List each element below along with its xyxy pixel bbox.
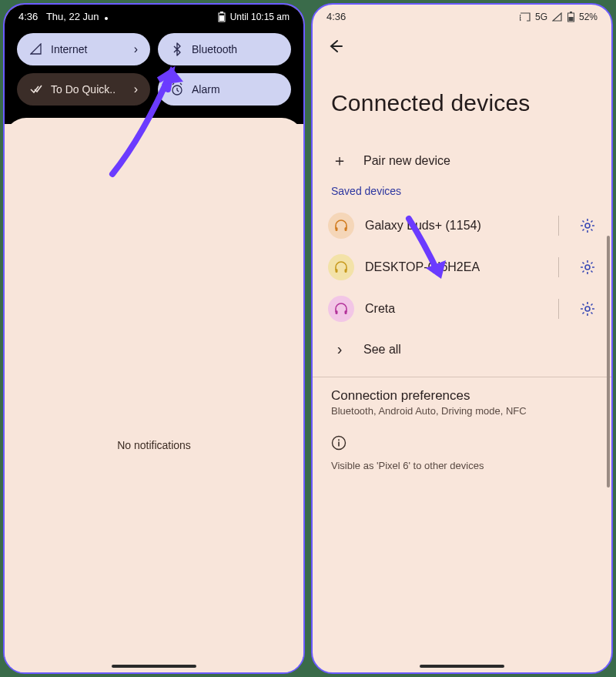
device-row[interactable]: Creta (313, 288, 611, 330)
svg-rect-14 (336, 310, 338, 314)
svg-point-10 (585, 223, 590, 228)
gear-icon (579, 259, 596, 276)
network-type: 5G (535, 12, 547, 22)
device-settings-button[interactable] (579, 300, 596, 317)
gear-icon (579, 300, 596, 317)
status-bar: 4:36 5G 52% (313, 5, 611, 27)
device-row[interactable]: DESKTOP-QI6H2EA (313, 246, 611, 288)
chevron-right-icon: › (331, 340, 348, 358)
device-name: DESKTOP-QI6H2EA (365, 260, 538, 274)
alarm-icon (170, 82, 184, 96)
see-all-label: See all (363, 343, 401, 357)
status-right: Until 10:15 am (218, 12, 290, 22)
qs-tile-grid: Internet › Bluetooth To Do Quick.. › (5, 27, 303, 115)
arrow-left-icon (326, 38, 343, 55)
cast-icon (520, 12, 531, 22)
headphones-icon (328, 296, 354, 322)
svg-rect-11 (336, 269, 338, 273)
bluetooth-icon (170, 42, 184, 56)
quick-settings-panel: 4:36 Thu, 22 Jun Until 10:15 am Internet… (5, 5, 303, 124)
check-icon (29, 85, 43, 94)
divider (558, 216, 559, 236)
svg-rect-15 (345, 310, 347, 314)
info-row (313, 429, 611, 457)
status-date: Thu, 22 Jun (46, 11, 99, 22)
battery-percent: 52% (579, 12, 598, 22)
headphones-icon (328, 213, 354, 239)
notification-shade-body: No notifications (5, 118, 303, 672)
device-row[interactable]: Galaxy Buds+ (1154) (313, 205, 611, 246)
pair-new-device-row[interactable]: ＋ Pair new device (313, 139, 611, 182)
connected-devices-screen: 4:36 5G 52% Connected devices ＋ Pair new… (311, 3, 613, 674)
headphones-icon (328, 254, 354, 280)
tile-label: Internet (51, 43, 87, 55)
back-button[interactable] (326, 38, 343, 55)
alarm-until-text: Until 10:15 am (230, 12, 290, 22)
qs-tile-todo[interactable]: To Do Quick.. › (17, 73, 150, 106)
status-right: 5G 52% (520, 12, 598, 22)
nav-pill[interactable] (420, 665, 504, 668)
svg-point-18 (338, 439, 340, 441)
nav-pill[interactable] (112, 665, 196, 668)
signal-icon (552, 12, 563, 22)
device-name: Creta (365, 302, 538, 316)
status-time: 4:36 (326, 11, 346, 22)
status-bar: 4:36 Thu, 22 Jun Until 10:15 am (5, 5, 303, 27)
svg-rect-1 (220, 12, 223, 13)
no-notifications-text: No notifications (117, 439, 191, 451)
see-all-row[interactable]: › See all (313, 330, 611, 369)
scrollbar[interactable] (607, 236, 610, 488)
plus-icon: ＋ (331, 150, 348, 171)
qs-tile-alarm[interactable]: Alarm (158, 73, 291, 106)
pref-title: Connection preferences (313, 377, 611, 405)
status-left: 4:36 Thu, 22 Jun (18, 11, 111, 22)
qs-tile-bluetooth[interactable]: Bluetooth (158, 33, 291, 65)
chevron-right-icon: › (134, 42, 138, 56)
svg-rect-12 (345, 269, 347, 273)
pref-subtitle: Bluetooth, Android Auto, Driving mode, N… (313, 405, 611, 429)
visible-as-text: Visible as 'Pixel 6' to other devices (313, 457, 611, 487)
qs-tile-internet[interactable]: Internet › (17, 33, 150, 65)
battery-icon (567, 12, 574, 22)
divider (558, 257, 559, 277)
svg-rect-19 (338, 442, 340, 447)
status-dot (105, 17, 108, 20)
page-title: Connected devices (313, 62, 611, 139)
toolbar (313, 27, 611, 62)
tile-label: Bluetooth (192, 43, 237, 55)
saved-devices-label: Saved devices (313, 182, 611, 205)
signal-icon (29, 43, 43, 55)
battery-icon (218, 12, 226, 22)
chevron-right-icon: › (134, 82, 138, 96)
svg-rect-6 (570, 12, 572, 13)
connection-preferences-row[interactable]: Connection preferences Bluetooth, Androi… (313, 377, 611, 429)
device-settings-button[interactable] (579, 217, 596, 234)
tile-label: Alarm (192, 83, 220, 96)
svg-rect-7 (568, 17, 573, 21)
device-name: Galaxy Buds+ (1154) (365, 219, 538, 233)
info-icon (331, 435, 346, 451)
divider (558, 299, 559, 319)
pair-new-label: Pair new device (363, 154, 450, 168)
tile-label: To Do Quick.. (51, 83, 116, 96)
device-settings-button[interactable] (579, 259, 596, 276)
svg-rect-9 (345, 227, 347, 231)
svg-rect-8 (336, 227, 338, 231)
gear-icon (579, 217, 596, 234)
status-time: 4:36 (18, 11, 38, 22)
svg-point-13 (585, 265, 590, 270)
quick-settings-screen: 4:36 Thu, 22 Jun Until 10:15 am Internet… (3, 3, 305, 674)
svg-point-16 (585, 307, 590, 311)
svg-rect-2 (219, 15, 224, 21)
